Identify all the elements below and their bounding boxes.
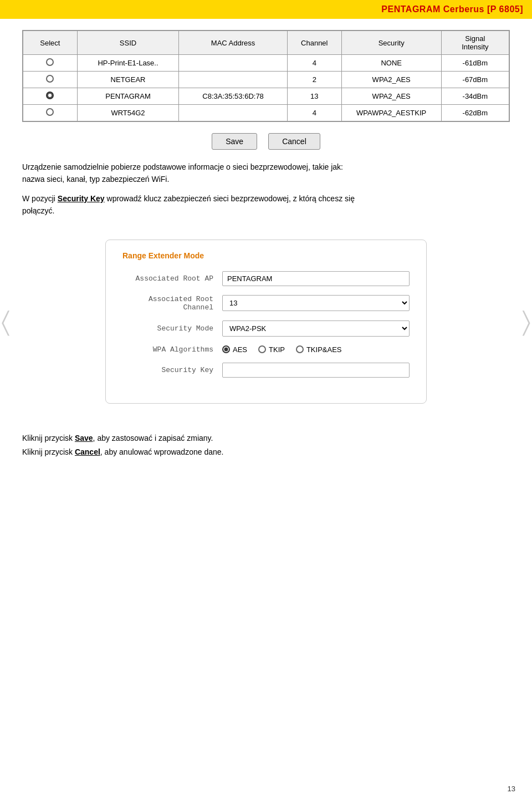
form-row-security-mode: Security Mode WPA2-PSKWPA-PSKWEPNone — [122, 320, 410, 337]
header-bar: PENTAGRAM Cerberus [P 6805] — [0, 0, 532, 19]
table-row: HP-Print-E1-Lase..4NONE-61dBm — [23, 55, 509, 72]
description-block: Urządzenie samodzielnie pobierze podstaw… — [22, 161, 510, 186]
col-header-channel: Channel — [287, 31, 341, 55]
cell-select[interactable] — [23, 105, 78, 121]
header-title: PENTAGRAM Cerberus [P 6805] — [381, 4, 523, 14]
desc-line3-pre: W pozycji — [22, 194, 58, 203]
wpa-label-aes: AES — [233, 345, 247, 354]
input-security-key[interactable] — [222, 363, 410, 378]
action-buttons-row: Save Cancel — [22, 133, 510, 150]
cell-security: WPA2_AES — [341, 88, 441, 105]
wpa-label-tkip&aes: TKIP&AES — [306, 345, 342, 354]
cell-channel: 13 — [287, 88, 341, 105]
col-header-security: Security — [341, 31, 441, 55]
input-associated-root-ap[interactable] — [222, 271, 410, 286]
main-content: Select SSID MAC Address Channel Security… — [0, 19, 532, 470]
cell-security: NONE — [341, 55, 441, 72]
radio-select-3[interactable] — [46, 108, 54, 116]
table-row: WRT54G24WPAWPA2_AESTKIP-62dBm — [23, 105, 509, 121]
range-extender-box: Range Extender Mode Associated Root AP A… — [105, 240, 427, 404]
save-button[interactable]: Save — [212, 133, 257, 150]
cell-select[interactable] — [23, 88, 78, 105]
cell-signal: -61dBm — [441, 55, 509, 72]
cell-security: WPA2_AES — [341, 72, 441, 88]
wifi-table-wrapper: Select SSID MAC Address Channel Security… — [22, 30, 510, 122]
radio-select-2[interactable] — [46, 91, 54, 99]
desc-security-key-label: Security Key — [58, 194, 105, 203]
cell-mac — [179, 72, 288, 88]
form-row-security-key: Security Key — [122, 363, 410, 378]
cell-mac: C8:3A:35:53:6D:78 — [179, 88, 288, 105]
cell-signal: -67dBm — [441, 72, 509, 88]
select-security-mode[interactable]: WPA2-PSKWPA-PSKWEPNone — [222, 320, 410, 337]
wpa-radio-circle-tkip — [258, 345, 266, 353]
instr-cancel-post: , aby anulować wprowadzone dane. — [100, 447, 224, 456]
radio-select-0[interactable] — [46, 58, 54, 66]
cell-select[interactable] — [23, 55, 78, 72]
table-row: PENTAGRAMC8:3A:35:53:6D:7813WPA2_AES-34d… — [23, 88, 509, 105]
cell-mac — [179, 105, 288, 121]
col-header-signal: SignalIntensity — [441, 31, 509, 55]
wpa-radio-circle-tkip&aes — [296, 345, 304, 353]
cell-mac — [179, 55, 288, 72]
instr-save-key: Save — [75, 434, 93, 442]
label-associated-root-channel: Associated Root Channel — [122, 295, 222, 312]
instr-save-post: , aby zastosować i zapisać zmiany. — [93, 434, 213, 442]
description-security-key-line: W pozycji Security Key wprowadź klucz za… — [22, 192, 510, 217]
col-header-mac: MAC Address — [179, 31, 288, 55]
desc-line2: nazwa sieci, kanał, typ zabezpieczeń WiF… — [22, 175, 169, 184]
wpa-option-tkip[interactable]: TKIP — [258, 345, 285, 354]
left-arrow-decoration: 〈 — [1, 306, 10, 337]
cell-channel: 2 — [287, 72, 341, 88]
table-row: NETGEAR2WPA2_AES-67dBm — [23, 72, 509, 88]
label-security-mode: Security Mode — [122, 324, 222, 333]
label-wpa-algorithms: WPA Algorithms — [122, 345, 222, 354]
range-extender-title: Range Extender Mode — [122, 251, 410, 260]
wpa-radio-circle-aes — [222, 345, 230, 353]
cell-ssid: WRT54G2 — [77, 105, 178, 121]
right-arrow-decoration: 〉 — [522, 306, 531, 337]
cell-security: WPAWPA2_AESTKIP — [341, 105, 441, 121]
cell-channel: 4 — [287, 105, 341, 121]
label-security-key: Security Key — [122, 366, 222, 374]
form-row-associated-root-ap: Associated Root AP — [122, 271, 410, 286]
instruction-save-line: Kliknij przycisk Save, aby zastosować i … — [22, 431, 510, 445]
instr-cancel-key: Cancel — [75, 447, 100, 456]
radio-select-1[interactable] — [46, 75, 54, 83]
form-row-wpa-algorithms: WPA Algorithms AESTKIPTKIP&AES — [122, 345, 410, 354]
wpa-algorithms-radio-group: AESTKIPTKIP&AES — [222, 345, 342, 354]
cancel-button[interactable]: Cancel — [268, 133, 320, 150]
instruction-cancel-line: Kliknij przycisk Cancel, aby anulować wp… — [22, 445, 510, 459]
wpa-option-aes[interactable]: AES — [222, 345, 247, 354]
form-row-associated-root-channel: Associated Root Channel 1234567891011121… — [122, 295, 410, 312]
col-header-select: Select — [23, 31, 78, 55]
cell-signal: -34dBm — [441, 88, 509, 105]
instr-save-pre: Kliknij przycisk — [22, 434, 75, 442]
page-number: 13 — [508, 785, 515, 793]
cell-ssid: HP-Print-E1-Lase.. — [77, 55, 178, 72]
wpa-option-tkip&aes[interactable]: TKIP&AES — [296, 345, 342, 354]
cell-ssid: PENTAGRAM — [77, 88, 178, 105]
instr-cancel-pre: Kliknij przycisk — [22, 447, 75, 456]
cell-ssid: NETGEAR — [77, 72, 178, 88]
desc-line3-post: wprowadź klucz zabezpieczeń sieci bezprz… — [105, 194, 355, 203]
select-associated-root-channel[interactable]: 12345678910111213 — [222, 295, 410, 311]
wpa-label-tkip: TKIP — [269, 345, 285, 354]
desc-line3-end: połączyć. — [22, 206, 54, 215]
wifi-scan-table: Select SSID MAC Address Channel Security… — [23, 30, 509, 121]
cell-select[interactable] — [23, 72, 78, 88]
bottom-instructions: Kliknij przycisk Save, aby zastosować i … — [22, 431, 510, 459]
col-header-ssid: SSID — [77, 31, 178, 55]
desc-line1: Urządzenie samodzielnie pobierze podstaw… — [22, 162, 343, 171]
cell-signal: -62dBm — [441, 105, 509, 121]
cell-channel: 4 — [287, 55, 341, 72]
label-associated-root-ap: Associated Root AP — [122, 274, 222, 283]
